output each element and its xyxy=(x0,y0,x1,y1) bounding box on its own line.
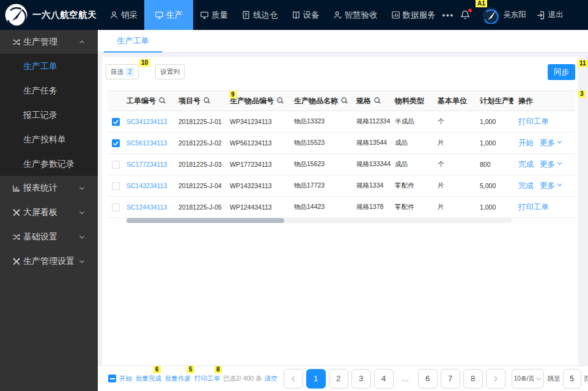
filter-button[interactable]: 筛选 2 xyxy=(106,64,139,79)
batch-complete-button[interactable]: 批量完成 xyxy=(136,375,161,383)
sidebar-item-work-reports[interactable]: 报工记录 xyxy=(0,103,98,127)
select-all-checkbox[interactable] xyxy=(108,375,116,382)
chevron-down-icon xyxy=(535,376,542,382)
nav-item-line-warehouse[interactable]: 线边仓 xyxy=(235,0,285,30)
toolbar: 筛选 2 设置列 同步 xyxy=(107,64,575,80)
column-settings-button[interactable]: 设置列 xyxy=(155,64,185,79)
start-action[interactable]: 开始 xyxy=(518,139,534,147)
complete-action[interactable]: 完成 xyxy=(518,181,534,190)
order-no-link[interactable]: SC177234113 xyxy=(127,161,167,168)
jump-to-label: 跳至 xyxy=(548,375,560,383)
sidebar-group-production-mgmt[interactable]: 生产管理 xyxy=(0,30,98,54)
chevron-up-icon xyxy=(78,38,86,46)
notification-bell-button[interactable] xyxy=(460,10,470,20)
complete-action[interactable]: 完成 xyxy=(518,160,534,169)
sidebar-item-production-tasks[interactable]: 生产任务 xyxy=(0,78,98,103)
search-icon[interactable] xyxy=(203,97,211,104)
order-no-link[interactable]: SC143234113 xyxy=(127,182,167,189)
clear-selection-button[interactable]: 清空 xyxy=(265,375,277,383)
work-order-table: 工单编号 项目号 生产物品编号 生产物品名称 规格 物料类型 基本单位 计划生产… xyxy=(107,90,575,218)
page-button-3[interactable]: 3 xyxy=(351,369,371,389)
sidebar-item-feeding-orders[interactable]: 生产投料单 xyxy=(0,127,98,152)
row-checkbox[interactable] xyxy=(112,203,120,211)
user-icon xyxy=(109,10,119,20)
page-button-1[interactable]: 1 xyxy=(306,369,326,389)
search-icon[interactable] xyxy=(340,97,348,104)
page-size-select[interactable]: 10条/页 xyxy=(512,369,544,389)
select-all-header[interactable] xyxy=(107,91,122,111)
col-order-no[interactable]: 工单编号 xyxy=(122,91,174,111)
annotation-badge-11: 11 xyxy=(578,60,588,67)
nav-item-equipment[interactable]: 设备 xyxy=(285,0,326,30)
prev-page-button[interactable] xyxy=(284,369,303,389)
more-action[interactable]: 更多 xyxy=(540,139,562,147)
page-button-4[interactable]: 4 xyxy=(374,369,394,389)
annotation-badge-5: 5 xyxy=(187,366,194,373)
caret-down-icon xyxy=(557,161,562,166)
bar-chart-icon xyxy=(12,184,21,192)
batch-void-button[interactable]: 批量作废 xyxy=(165,375,191,383)
col-project-no[interactable]: 项目号 xyxy=(174,91,225,111)
tools-icon xyxy=(12,257,21,266)
sidebar-group-production-settings[interactable]: 生产管理设置 xyxy=(0,249,98,274)
col-unit[interactable]: 基本单位 xyxy=(433,91,475,111)
next-page-button[interactable] xyxy=(486,369,505,389)
order-no-link[interactable]: SC341234113 xyxy=(127,118,167,125)
tab-work-orders[interactable]: 生产工单 xyxy=(104,30,162,52)
page-unit-label: 页 xyxy=(584,375,588,383)
print-order-action[interactable]: 打印工单 xyxy=(518,203,549,211)
order-no-link[interactable]: SC561234113 xyxy=(127,139,167,147)
shuffle-icon xyxy=(12,233,21,241)
user-avatar[interactable] xyxy=(482,7,499,24)
batch-start-button[interactable]: 开始 xyxy=(119,375,132,383)
search-icon[interactable] xyxy=(158,97,166,104)
annotation-badge-a1: A1 xyxy=(476,0,487,7)
col-spec[interactable]: 规格 xyxy=(351,91,390,111)
col-planned-qty[interactable]: 计划生产数 xyxy=(475,91,513,111)
jump-page-input[interactable]: 5 xyxy=(563,369,581,389)
nav-item-quality[interactable]: 质量 xyxy=(193,0,235,30)
content-area: 生产工单 筛选 2 设置列 同步 工单编号 xyxy=(98,30,588,391)
search-icon[interactable] xyxy=(276,97,284,104)
row-checkbox[interactable] xyxy=(112,182,120,190)
annotation-badge-6: 6 xyxy=(153,366,161,373)
page-button-8[interactable]: 8 xyxy=(463,369,483,389)
print-order-action[interactable]: 打印工单 xyxy=(518,117,549,126)
annotation-badge-10: 10 xyxy=(139,59,150,67)
more-action[interactable]: 更多 xyxy=(540,181,562,190)
nav-item-purchase[interactable]: 销采 xyxy=(103,0,144,30)
sidebar-item-work-orders[interactable]: 生产工单 xyxy=(0,54,98,78)
scrollbar-thumb[interactable] xyxy=(127,218,284,223)
sidebar-group-dashboard[interactable]: 大屏看板 xyxy=(0,200,98,225)
search-icon[interactable] xyxy=(373,97,381,104)
user-check-icon xyxy=(333,10,342,20)
sidebar-group-report-stats[interactable]: 报表统计 xyxy=(0,176,98,200)
horizontal-scrollbar[interactable] xyxy=(127,218,512,223)
more-action[interactable]: 更多 xyxy=(540,160,562,169)
chart-icon xyxy=(391,10,400,20)
nav-item-production[interactable]: 生产 xyxy=(144,0,193,30)
sidebar-group-basic-settings[interactable]: 基础设置 xyxy=(0,225,98,249)
user-name[interactable]: 吴东阳 xyxy=(503,10,526,20)
nav-item-data-service[interactable]: 数据服务 xyxy=(384,0,443,30)
batch-print-button[interactable]: 打印工单 xyxy=(194,375,220,383)
caret-down-icon xyxy=(557,182,562,188)
document-icon xyxy=(241,10,251,20)
nav-item-smart-acceptance[interactable]: 智慧验收 xyxy=(326,0,384,30)
sync-button[interactable]: 同步 xyxy=(548,64,575,80)
page-button-7[interactable]: 7 xyxy=(441,369,460,389)
shuffle-icon xyxy=(12,38,21,46)
page-ellipsis[interactable]: ... xyxy=(397,375,415,382)
row-checkbox[interactable] xyxy=(112,161,120,169)
order-no-link[interactable]: SC124434113 xyxy=(127,203,167,211)
row-checkbox[interactable] xyxy=(112,139,120,147)
nav-menu: 销采 生产 质量 线边仓 设备 智慧验收 数据服务 xyxy=(103,0,443,30)
row-checkbox[interactable] xyxy=(112,118,120,126)
page-button-2[interactable]: 2 xyxy=(329,369,348,389)
logout-button[interactable]: 退出 xyxy=(536,10,564,20)
sidebar-item-parameter-records[interactable]: 生产参数记录 xyxy=(0,152,98,176)
col-material-type[interactable]: 物料类型 xyxy=(390,91,433,111)
col-item-name[interactable]: 生产物品名称 xyxy=(289,91,351,111)
page-button-6[interactable]: 6 xyxy=(418,369,438,389)
nav-more-button[interactable]: ••• xyxy=(443,10,455,20)
